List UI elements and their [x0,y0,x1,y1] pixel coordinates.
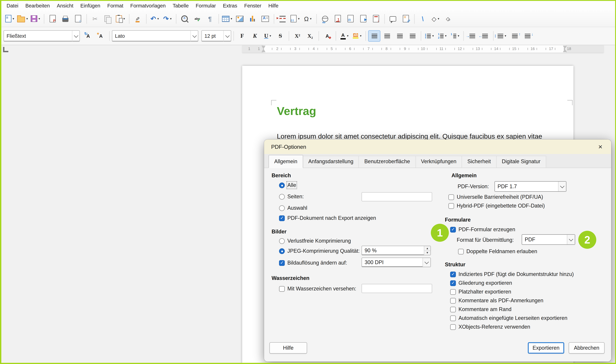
checkbox-tagged-pdf[interactable]: Indiziertes PDF (fügt die Dokumentstrukt… [450,271,574,277]
checkbox-duplicate-field-names[interactable]: Doppelte Feldnamen erlauben [458,248,537,254]
radio-seiten[interactable]: Seiten: [279,194,304,200]
checkbox-icon[interactable] [449,194,454,200]
checkbox-watermark[interactable]: Mit Wasserzeichen versehen: [279,286,356,292]
checkbox-icon[interactable] [450,307,456,312]
menu-tabelle[interactable]: Tabelle [169,2,192,10]
new-style-button[interactable] [95,30,107,42]
insert-line-button[interactable] [417,13,429,25]
print-preview-button[interactable] [72,13,84,25]
update-style-button[interactable] [82,30,94,42]
menu-formatvorlagen[interactable]: Formatvorlagen [127,2,169,10]
checkbox-icon[interactable] [450,280,456,286]
print-button[interactable] [59,13,71,25]
line-spacing-button[interactable] [496,30,508,42]
checkbox-icon[interactable] [450,227,456,232]
tab-allgemein[interactable]: Allgemein [269,155,303,168]
radio-alle[interactable]: Alle [279,182,296,188]
insert-image-button[interactable] [234,13,246,25]
chevron-down-icon[interactable] [223,31,231,41]
track-changes-button[interactable] [399,13,412,25]
decrease-indent-button[interactable] [479,30,491,42]
checkbox-pdfua[interactable]: Universelle Barrierefreiheit (PDF/UA) [449,194,543,200]
tab-verknuepfungen[interactable]: Verknüpfungen [415,156,462,168]
cancel-button[interactable]: Abbrechen [569,342,604,354]
checkbox-hybrid-pdf[interactable]: Hybrid-PDF (eingebettete ODF-Datei) [449,203,545,209]
spinner-buttons[interactable]: ▲▼ [424,246,430,255]
menu-einfuegen[interactable]: Einfügen [77,2,104,10]
cut-button[interactable] [89,13,101,25]
horizontal-ruler[interactable]: 1 1 2 3 4 5 6 7 8 9 10 11 12 13 14 15 16… [242,45,604,53]
increase-indent-button[interactable] [466,30,478,42]
checkbox-icon[interactable] [450,298,456,303]
numbered-list-button[interactable] [436,30,449,42]
checkbox-icon[interactable] [458,249,464,254]
menu-datei[interactable]: Datei [3,2,22,10]
checkbox-xobjects-reference[interactable]: XObjects-Referenz verwenden [450,324,530,330]
checkbox-comments-as-annotations[interactable]: Kommentare als PDF-Anmerkungen [450,298,543,304]
copy-button[interactable] [102,13,114,25]
checkbox-export-blank-pages[interactable]: Automatisch eingefügte Leerseiten export… [450,315,567,321]
bookmark-button[interactable] [357,13,369,25]
pages-range-input[interactable] [361,192,432,201]
bold-button[interactable]: F [236,30,248,42]
menu-ansicht[interactable]: Ansicht [53,2,77,10]
radio-lossless[interactable]: Verlustfreie Komprimierung [279,238,351,244]
spin-up-icon[interactable]: ▲ [424,246,430,251]
checkbox-icon[interactable] [450,324,456,330]
insert-table-button[interactable] [221,13,233,25]
chevron-down-icon[interactable] [423,258,430,267]
insert-field-button[interactable] [289,13,301,25]
redo-button[interactable] [161,13,174,25]
checkbox-image-resolution[interactable]: Bildauflösung ändern auf: [279,260,347,266]
menu-formular[interactable]: Formular [192,2,219,10]
radio-icon[interactable] [279,205,285,211]
checkbox-icon[interactable] [450,315,456,321]
font-size-combo[interactable]: 12 pt [201,30,231,42]
chevron-down-icon[interactable] [558,182,566,191]
radio-icon[interactable] [279,182,285,188]
submit-format-combo[interactable]: PDF [522,234,575,245]
subscript-button[interactable]: X₂ [304,30,316,42]
bullet-list-button[interactable] [424,30,436,42]
watermark-text-input[interactable] [361,284,432,293]
insert-comment-button[interactable] [387,13,399,25]
tab-stop-selector[interactable] [3,47,8,52]
font-name-combo[interactable]: Lato [112,30,198,42]
radio-icon[interactable] [279,194,285,199]
tab-benutzeroberflaeche[interactable]: Benutzeroberfläche [359,156,416,168]
increase-paragraph-spacing-button[interactable] [509,30,521,42]
checkbox-icon[interactable] [279,215,285,221]
special-character-button[interactable] [302,13,314,25]
footnote-button[interactable] [332,13,344,25]
checkbox-export-placeholders[interactable]: Platzhalter exportieren [450,289,511,295]
draw-functions-button[interactable] [442,13,454,25]
strikethrough-button[interactable]: S [274,30,286,42]
insert-textbox-button[interactable] [259,13,271,25]
export-pdf-button[interactable] [46,13,59,25]
checkbox-icon[interactable] [450,272,456,277]
superscript-button[interactable]: X² [291,30,304,42]
find-replace-button[interactable] [179,13,191,25]
decrease-paragraph-spacing-button[interactable] [521,30,534,42]
radio-icon[interactable] [279,238,285,244]
menu-hilfe[interactable]: Hilfe [265,2,282,10]
tab-anfangsdarstellung[interactable]: Anfangsdarstellung [303,156,359,168]
undo-button[interactable] [149,13,161,25]
checkbox-export-outline[interactable]: Gliederung exportieren [450,280,512,286]
justify-button[interactable] [406,30,419,42]
endnote-button[interactable] [344,13,357,25]
checkbox-comments-in-margin[interactable]: Kommentare am Rand [450,306,512,312]
menu-format[interactable]: Format [104,2,127,10]
export-button[interactable]: Exportieren [528,342,564,354]
underline-button[interactable]: U [261,30,274,42]
italic-button[interactable]: K [249,30,261,42]
insert-chart-button[interactable] [246,13,259,25]
pdf-version-combo[interactable]: PDF 1.7 [494,181,566,192]
radio-jpeg[interactable]: JPEG-Komprimierung Qualität: [279,248,360,254]
paste-button[interactable] [114,13,127,25]
checkbox-show-after-export[interactable]: PDF-Dokument nach Export anzeigen [279,215,376,221]
align-center-button[interactable] [381,30,393,42]
page-break-button[interactable] [276,13,289,25]
checkbox-icon[interactable] [450,289,456,295]
tab-sicherheit[interactable]: Sicherheit [462,156,497,168]
